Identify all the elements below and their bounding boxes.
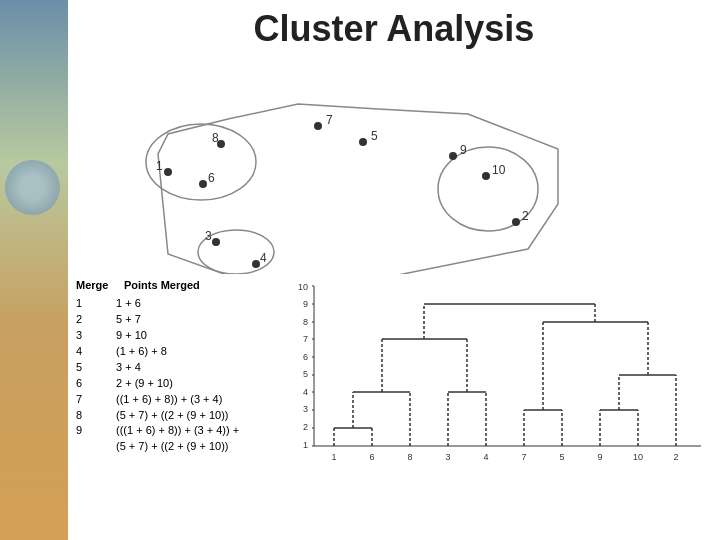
svg-text:10: 10	[298, 282, 308, 292]
step-3: 3	[76, 328, 116, 344]
points-row-7: ((1 + 6) + 8)) + (3 + 4)	[116, 392, 256, 408]
svg-text:3: 3	[303, 404, 308, 414]
points-row-6: 2 + (9 + 10)	[116, 376, 256, 392]
step-6: 6	[76, 376, 116, 392]
merge-steps: 1 2 3 4 5 6 7 8 9	[76, 296, 116, 455]
points-row-2: 5 + 7	[116, 312, 256, 328]
step-1: 1	[76, 296, 116, 312]
points-col-header: Points Merged	[124, 278, 264, 294]
svg-text:6: 6	[369, 452, 374, 462]
svg-text:8: 8	[303, 317, 308, 327]
svg-point-20	[212, 238, 220, 246]
svg-text:5: 5	[371, 129, 378, 143]
svg-point-4	[314, 122, 322, 130]
merge-table-rows: 1 2 3 4 5 6 7 8 9 1 + 6 5 + 7 9 + 10 (1 …	[76, 296, 276, 455]
dendrogram-svg: Number of Clusters 10 9 8 7	[286, 278, 706, 468]
svg-text:1: 1	[303, 440, 308, 450]
step-7: 7	[76, 392, 116, 408]
svg-point-22	[252, 260, 260, 268]
background-panel	[0, 0, 68, 540]
svg-text:2: 2	[303, 422, 308, 432]
merge-col-header: Merge	[76, 278, 116, 294]
svg-text:4: 4	[260, 251, 267, 265]
points-row-3: 9 + 10	[116, 328, 256, 344]
points-row-9: (((1 + 6) + 8)) + (3 + 4)) +(5 + 7) + ((…	[116, 423, 256, 455]
svg-text:5: 5	[303, 369, 308, 379]
svg-text:1: 1	[156, 159, 163, 173]
svg-text:7: 7	[326, 113, 333, 127]
svg-text:10: 10	[633, 452, 643, 462]
svg-text:9: 9	[597, 452, 602, 462]
svg-text:9: 9	[460, 143, 467, 157]
cluster-svg: 7 5 8 9 1 6 10	[68, 54, 720, 274]
merge-table-header: Merge Points Merged	[76, 278, 276, 294]
svg-text:4: 4	[483, 452, 488, 462]
page-title: Cluster Analysis	[68, 0, 720, 54]
svg-point-18	[512, 218, 520, 226]
points-row-5: 3 + 4	[116, 360, 256, 376]
svg-point-6	[359, 138, 367, 146]
step-2: 2	[76, 312, 116, 328]
svg-point-12	[164, 168, 172, 176]
cluster-diagram: 7 5 8 9 1 6 10	[68, 54, 720, 274]
main-content: Cluster Analysis 7 5 8	[68, 0, 720, 540]
merge-table: Merge Points Merged 1 2 3 4 5 6 7 8 9 1 …	[76, 278, 276, 463]
points-row-8: (5 + 7) + ((2 + (9 + 10))	[116, 408, 256, 424]
step-4: 4	[76, 344, 116, 360]
step-9: 9	[76, 423, 116, 439]
svg-text:3: 3	[445, 452, 450, 462]
step-8: 8	[76, 408, 116, 424]
svg-text:9: 9	[303, 299, 308, 309]
points-row-4: (1 + 6) + 8	[116, 344, 256, 360]
dendrogram: Number of Clusters 10 9 8 7	[286, 278, 712, 463]
bottom-section: Merge Points Merged 1 2 3 4 5 6 7 8 9 1 …	[68, 274, 720, 463]
points-row-1: 1 + 6	[116, 296, 256, 312]
svg-text:1: 1	[331, 452, 336, 462]
svg-text:10: 10	[492, 163, 506, 177]
svg-text:4: 4	[303, 387, 308, 397]
svg-text:8: 8	[212, 131, 219, 145]
svg-point-10	[449, 152, 457, 160]
svg-text:6: 6	[208, 171, 215, 185]
svg-text:7: 7	[303, 334, 308, 344]
step-5: 5	[76, 360, 116, 376]
svg-text:7: 7	[521, 452, 526, 462]
svg-marker-0	[158, 104, 558, 274]
svg-point-16	[482, 172, 490, 180]
svg-text:2: 2	[673, 452, 678, 462]
svg-text:8: 8	[407, 452, 412, 462]
svg-text:2: 2	[522, 209, 529, 223]
svg-text:5: 5	[559, 452, 564, 462]
globe-decoration	[5, 160, 60, 215]
svg-text:6: 6	[303, 352, 308, 362]
merge-points: 1 + 6 5 + 7 9 + 10 (1 + 6) + 8 3 + 4 2 +…	[116, 296, 256, 455]
svg-point-14	[199, 180, 207, 188]
svg-text:3: 3	[205, 229, 212, 243]
